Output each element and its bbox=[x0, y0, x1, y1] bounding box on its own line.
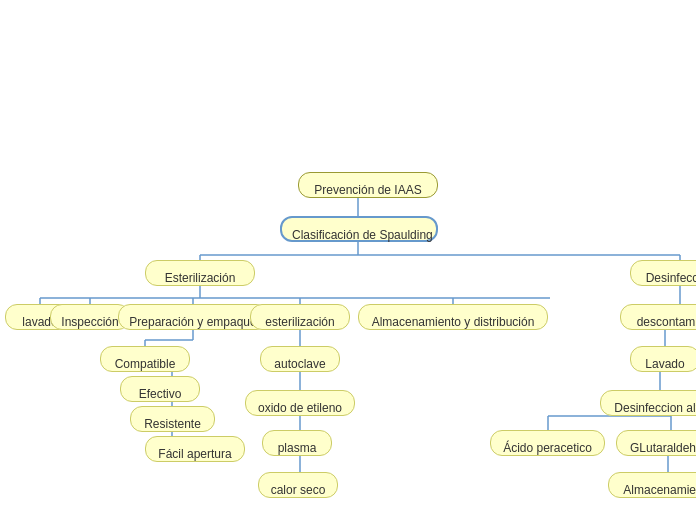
node-label-root: Prevención de IAAS bbox=[314, 183, 421, 197]
node-label-classification: Clasificación de Spaulding bbox=[292, 228, 433, 242]
node-label-facil_apertura: Fácil apertura bbox=[158, 447, 231, 461]
node-label-resistente: Resistente bbox=[144, 417, 201, 431]
node-facil_apertura: Fácil apertura bbox=[145, 436, 245, 462]
node-plasma: plasma bbox=[262, 430, 332, 456]
node-label-oxido_etileno: oxido de etileno bbox=[258, 401, 342, 415]
node-label-plasma: plasma bbox=[278, 441, 317, 455]
node-label-desinfeccion: Desinfección bbox=[646, 271, 696, 285]
node-label-glutaraldehido: GLutaraldehido bbox=[630, 441, 696, 455]
node-label-acido_peracetico: Ácido peracetico bbox=[503, 441, 592, 455]
node-label-esterilizacion: Esterilización bbox=[165, 271, 236, 285]
node-label-autoclave: autoclave bbox=[274, 357, 325, 371]
node-desinfeccion_alto: Desinfeccion alto bbox=[600, 390, 696, 416]
node-label-inspeccion: Inspección bbox=[61, 315, 118, 329]
node-acido_peracetico: Ácido peracetico bbox=[490, 430, 605, 456]
node-preparacion: Preparación y empaque bbox=[118, 304, 268, 330]
node-label-almacenamiento2: Almacenamiento bbox=[623, 483, 696, 497]
node-root: Prevención de IAAS bbox=[298, 172, 438, 198]
node-oxido_etileno: oxido de etileno bbox=[245, 390, 355, 416]
node-classification: Clasificación de Spaulding bbox=[280, 216, 438, 242]
node-label-efectivo: Efectivo bbox=[139, 387, 182, 401]
node-almacenamiento2: Almacenamiento bbox=[608, 472, 696, 498]
node-desinfeccion: Desinfección bbox=[630, 260, 696, 286]
node-resistente: Resistente bbox=[130, 406, 215, 432]
node-label-calor_seco: calor seco bbox=[271, 483, 326, 497]
node-label-esterilizacion2: esterilización bbox=[265, 315, 334, 329]
node-label-almacenamiento: Almacenamiento y distribución bbox=[372, 315, 535, 329]
node-label-desinfeccion_alto: Desinfeccion alto bbox=[614, 401, 696, 415]
node-calor_seco: calor seco bbox=[258, 472, 338, 498]
node-label-descontamina: descontaminación bbox=[637, 315, 696, 329]
node-label-lavado2: Lavado bbox=[645, 357, 684, 371]
node-label-compatible: Compatible bbox=[115, 357, 176, 371]
node-esterilizacion2: esterilización bbox=[250, 304, 350, 330]
node-glutaraldehido: GLutaraldehido bbox=[616, 430, 696, 456]
node-esterilizacion: Esterilización bbox=[145, 260, 255, 286]
node-label-preparacion: Preparación y empaque bbox=[129, 315, 256, 329]
node-efectivo: Efectivo bbox=[120, 376, 200, 402]
node-lavado2: Lavado bbox=[630, 346, 696, 372]
node-autoclave: autoclave bbox=[260, 346, 340, 372]
node-descontamina: descontaminación bbox=[620, 304, 696, 330]
node-almacenamiento: Almacenamiento y distribución bbox=[358, 304, 548, 330]
node-compatible: Compatible bbox=[100, 346, 190, 372]
